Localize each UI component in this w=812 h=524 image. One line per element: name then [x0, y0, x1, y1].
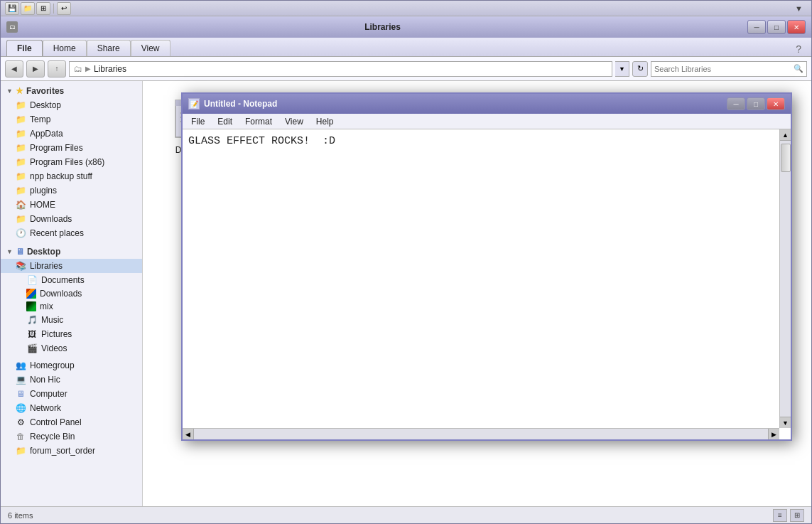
sidebar-item-recyclebin[interactable]: 🗑 Recycle Bin	[1, 429, 142, 444]
forward-button[interactable]: ▶	[26, 60, 45, 77]
sidebar-favorites-header[interactable]: ▼ ★ Favorites	[1, 84, 142, 98]
notepad-title-bar: 📝 Untitled - Notepad ─ □ ✕	[183, 94, 791, 114]
sidebar-item-music[interactable]: 🎵 Music	[1, 313, 142, 327]
sidebar-desktop-header[interactable]: ▼ 🖥 Desktop	[1, 245, 142, 259]
sidebar-item-forumsortorder[interactable]: 📁 forum_sort_order	[1, 444, 142, 458]
notepad-minimize-btn[interactable]: ─	[727, 97, 745, 110]
notepad-maximize-btn[interactable]: □	[747, 97, 765, 110]
sidebar-item-home[interactable]: 🏠 HOME	[1, 198, 142, 212]
favorites-label: Favorites	[26, 86, 64, 96]
sidebar-item-controlpanel[interactable]: ⚙ Control Panel	[1, 415, 142, 429]
save-button[interactable]: 💾	[5, 2, 19, 15]
explorer-title: Libraries	[18, 22, 747, 32]
folder-icon: 📁	[15, 100, 26, 111]
search-box[interactable]: 🔍	[651, 61, 807, 77]
sidebar-item-label: Non Hic	[30, 375, 60, 385]
toolbar-overflow: ▼	[795, 4, 807, 13]
folder-icon: 📁	[15, 213, 26, 225]
menu-file[interactable]: File	[185, 116, 210, 127]
scrollbar-up-btn[interactable]: ▲	[780, 129, 791, 141]
sidebar-item-label: Temp	[30, 114, 50, 124]
favorites-triangle-icon: ▼	[6, 87, 13, 95]
new-folder-button[interactable]: 📁	[21, 2, 35, 15]
sidebar-item-nonhic[interactable]: 💻 Non Hic	[1, 373, 142, 387]
address-path-container[interactable]: 🗂 ▶ Libraries	[69, 61, 612, 77]
up-button[interactable]: ↑	[48, 60, 66, 77]
tab-share[interactable]: Share	[87, 40, 131, 56]
list-view-button[interactable]: ≡	[773, 509, 787, 522]
network-icon: 🌐	[15, 402, 26, 414]
sidebar-item-label: AppData	[30, 129, 63, 139]
folder-icon: 🏠	[15, 199, 26, 210]
mix-icon	[26, 301, 36, 311]
scrollbar-thumb[interactable]	[781, 144, 791, 172]
sidebar-item-label: Downloads	[30, 214, 72, 224]
help-icon[interactable]: ?	[791, 42, 806, 56]
status-bar: 6 items ≡ ⊞	[1, 506, 811, 523]
sidebar-item-downloads-fav[interactable]: 📁 Downloads	[1, 212, 142, 226]
sidebar-item-label: Program Files	[30, 143, 83, 153]
notepad-title: Untitled - Notepad	[204, 99, 727, 109]
title-bar-left: 🗂	[6, 21, 18, 33]
folder-icon2: 📁	[15, 445, 26, 456]
sidebar-item-network[interactable]: 🌐 Network	[1, 401, 142, 415]
sidebar-item-documents[interactable]: 📄 Documents	[1, 273, 142, 287]
sidebar-item-nppbackup[interactable]: 📁 npp backup stuff	[1, 169, 142, 183]
downloads-icon	[26, 289, 36, 299]
sidebar-item-pictures[interactable]: 🖼 Pictures	[1, 327, 142, 341]
explorer-maximize-btn[interactable]: □	[767, 20, 786, 34]
menu-help[interactable]: Help	[310, 116, 340, 127]
sidebar-item-label: Desktop	[30, 100, 61, 110]
menu-format[interactable]: Format	[239, 116, 278, 127]
recycle-icon: 🗑	[15, 431, 26, 442]
sidebar-item-recentplaces[interactable]: 🕐 Recent places	[1, 226, 142, 240]
sidebar-item-label: Music	[41, 315, 63, 325]
sidebar-item-desktop[interactable]: 📁 Desktop	[1, 98, 142, 112]
controlpanel-icon: ⚙	[15, 417, 26, 428]
sidebar-item-libraries[interactable]: 📚 Libraries	[1, 259, 142, 273]
search-icon[interactable]: 🔍	[794, 64, 803, 73]
folder-icon: 📁	[15, 114, 26, 125]
scrollbar-right-btn[interactable]: ▶	[768, 429, 779, 439]
notepad-close-btn[interactable]: ✕	[767, 97, 785, 110]
sidebar-item-label: Control Panel	[30, 417, 82, 427]
sidebar-item-videos[interactable]: 🎬 Videos	[1, 341, 142, 355]
back-button[interactable]: ◀	[5, 60, 23, 77]
explorer-icon: 🗂	[6, 21, 18, 33]
address-dropdown-btn[interactable]: ▼	[615, 61, 629, 77]
scrollbar-down-btn[interactable]: ▼	[780, 417, 791, 428]
sidebar-item-programfiles[interactable]: 📁 Program Files	[1, 141, 142, 155]
grid-view-button[interactable]: ⊞	[790, 509, 804, 522]
undo-button[interactable]: ↩	[57, 2, 71, 15]
tab-home[interactable]: Home	[43, 40, 87, 56]
notepad-vertical-scrollbar[interactable]: ▲ ▼	[779, 129, 791, 428]
recent-icon: 🕐	[15, 228, 26, 239]
scrollbar-left-btn[interactable]: ◀	[183, 429, 194, 439]
properties-button[interactable]: ⊞	[36, 2, 50, 15]
path-separator: ▶	[85, 65, 91, 73]
sidebar-item-mix[interactable]: mix	[1, 300, 142, 313]
notepad-textarea[interactable]	[183, 129, 791, 439]
sidebar-item-label: Program Files (x86)	[30, 157, 104, 167]
sidebar-item-downloads-lib[interactable]: Downloads	[1, 287, 142, 300]
explorer-window-controls: ─ □ ✕	[747, 20, 806, 34]
sidebar-item-appdata[interactable]: 📁 AppData	[1, 127, 142, 141]
menu-view[interactable]: View	[279, 116, 309, 127]
explorer-minimize-btn[interactable]: ─	[747, 20, 766, 34]
sidebar-item-label: mix	[40, 301, 53, 311]
tab-file[interactable]: File	[6, 40, 43, 56]
search-input[interactable]	[654, 65, 794, 73]
tab-view[interactable]: View	[131, 40, 170, 56]
sidebar-item-temp[interactable]: 📁 Temp	[1, 112, 142, 127]
sidebar-item-computer[interactable]: 🖥 Computer	[1, 387, 142, 401]
menu-edit[interactable]: Edit	[212, 116, 238, 127]
folder-icon: 📁	[15, 128, 26, 139]
sidebar-item-label: Videos	[41, 343, 67, 353]
explorer-close-btn[interactable]: ✕	[787, 20, 806, 34]
sidebar-item-homegroup[interactable]: 👥 Homegroup	[1, 358, 142, 373]
sidebar-item-programfilesx86[interactable]: 📁 Program Files (x86)	[1, 155, 142, 169]
sidebar-item-plugins[interactable]: 📁 plugins	[1, 183, 142, 198]
refresh-button[interactable]: ↻	[632, 61, 648, 77]
item-count: 6 items	[8, 511, 33, 520]
notepad-horizontal-scrollbar[interactable]: ◀ ▶	[183, 428, 779, 439]
